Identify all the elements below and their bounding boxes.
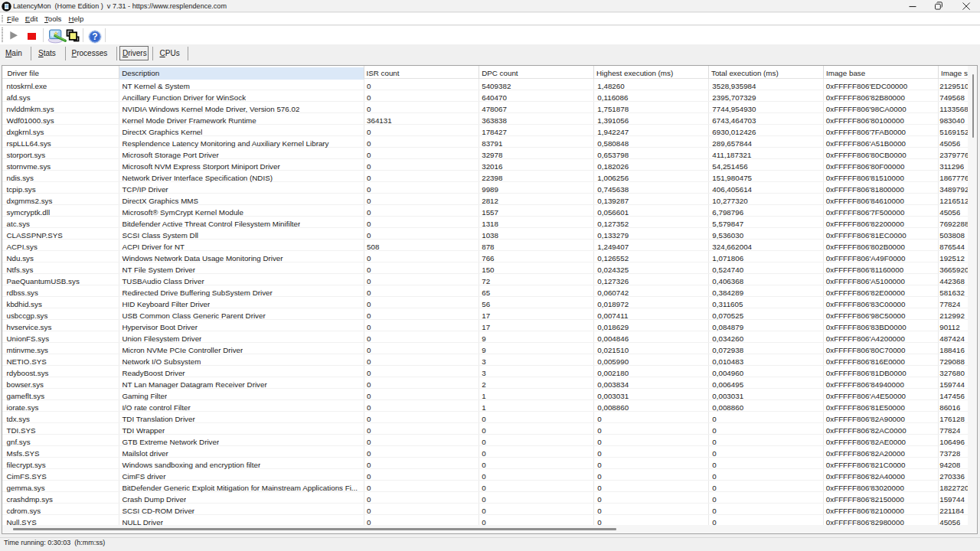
svg-text:?: ? [92, 31, 97, 42]
